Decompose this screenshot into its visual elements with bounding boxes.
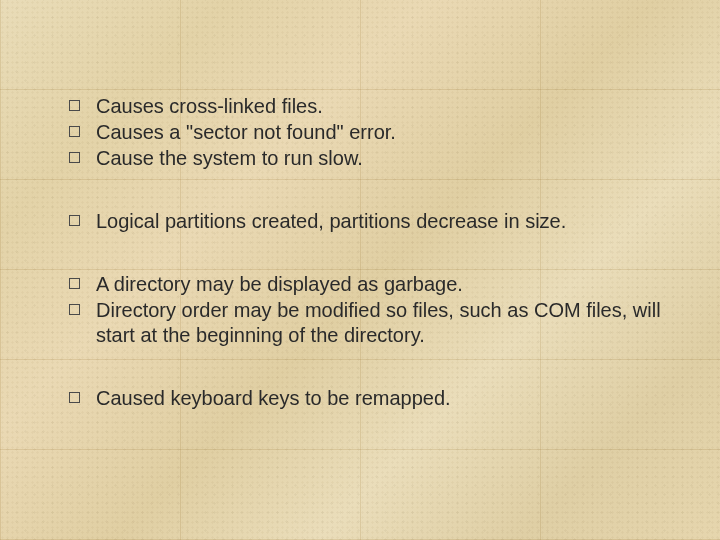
bullet-group: A directory may be displayed as garbage.… <box>69 272 669 348</box>
list-item: Causes cross-linked files. <box>69 94 669 119</box>
list-item: Directory order may be modified so files… <box>69 298 669 348</box>
square-bullet-icon <box>69 100 80 111</box>
list-item-text: Caused keyboard keys to be remapped. <box>96 386 669 411</box>
slide-content: Causes cross-linked files. Causes a "sec… <box>69 94 669 412</box>
square-bullet-icon <box>69 152 80 163</box>
list-item: Causes a "sector not found" error. <box>69 120 669 145</box>
square-bullet-icon <box>69 126 80 137</box>
list-item: Logical partitions created, partitions d… <box>69 209 669 234</box>
list-item: A directory may be displayed as garbage. <box>69 272 669 297</box>
list-item-text: A directory may be displayed as garbage. <box>96 272 669 297</box>
list-item: Caused keyboard keys to be remapped. <box>69 386 669 411</box>
list-item: Cause the system to run slow. <box>69 146 669 171</box>
bullet-group: Causes cross-linked files. Causes a "sec… <box>69 94 669 171</box>
list-item-text: Causes cross-linked files. <box>96 94 669 119</box>
bullet-group: Logical partitions created, partitions d… <box>69 209 669 234</box>
list-item-text: Logical partitions created, partitions d… <box>96 209 669 234</box>
square-bullet-icon <box>69 215 80 226</box>
bullet-group: Caused keyboard keys to be remapped. <box>69 386 669 411</box>
square-bullet-icon <box>69 304 80 315</box>
square-bullet-icon <box>69 392 80 403</box>
square-bullet-icon <box>69 278 80 289</box>
list-item-text: Directory order may be modified so files… <box>96 298 669 348</box>
list-item-text: Causes a "sector not found" error. <box>96 120 669 145</box>
list-item-text: Cause the system to run slow. <box>96 146 669 171</box>
